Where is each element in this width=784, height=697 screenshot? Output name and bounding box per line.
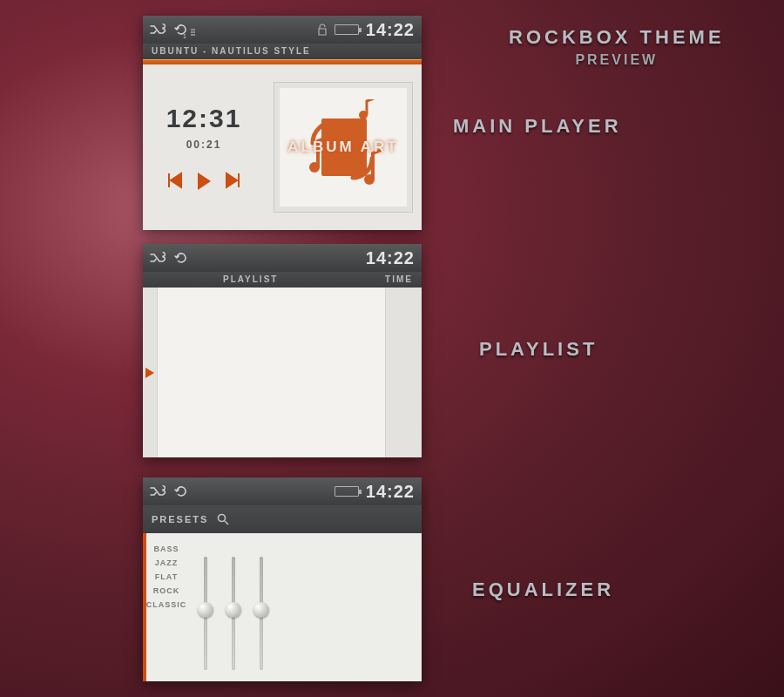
section-label-main-player: MAIN PLAYER <box>453 115 622 138</box>
equalizer-toolbar: PRESETS <box>143 505 422 533</box>
playlist-screen: 14:22 PLAYLIST TIME <box>143 244 422 457</box>
now-playing-title: UBUNTU - NAUTILUS STYLE <box>143 44 422 59</box>
equalizer-topbar: 14:22 <box>143 477 422 505</box>
clock: 14:22 <box>366 20 415 40</box>
accent-bar <box>143 533 146 681</box>
battery-icon <box>335 486 359 497</box>
clock: 14:22 <box>366 248 415 268</box>
col-playlist: PLAYLIST <box>223 274 278 285</box>
repeat-icon[interactable]: 1 <box>174 24 196 36</box>
search-icon[interactable] <box>217 513 229 525</box>
play-button[interactable] <box>195 172 213 191</box>
lock-icon <box>317 24 328 36</box>
repeat-icon[interactable] <box>174 252 188 264</box>
shuffle-icon[interactable] <box>150 485 166 497</box>
playlist-list[interactable] <box>157 288 385 457</box>
track-duration: 12:31 <box>166 104 242 133</box>
repeat-count: 1 <box>183 33 186 39</box>
section-label-equalizer: EQUALIZER <box>472 579 614 601</box>
now-playing-marker-icon <box>145 368 154 378</box>
preset-list: BASS JAZZ FLAT ROCK CLASSIC <box>143 533 190 681</box>
page-title: ROCKBOX THEME PREVIEW <box>509 26 725 68</box>
prev-button[interactable] <box>166 172 183 191</box>
battery-icon <box>335 24 359 35</box>
playlist-scrollbar[interactable] <box>385 288 422 457</box>
clock: 14:22 <box>366 482 415 502</box>
playlist-topbar: 14:22 <box>143 244 422 272</box>
repeat-icon[interactable] <box>174 485 188 497</box>
title-text: ROCKBOX THEME <box>509 26 725 49</box>
col-time: TIME <box>385 274 413 285</box>
playlist-column-header: PLAYLIST TIME <box>143 272 422 288</box>
preset-jazz[interactable]: JAZZ <box>143 556 190 570</box>
preset-bass[interactable]: BASS <box>143 542 190 556</box>
eq-sliders <box>190 533 422 681</box>
eq-slider-1[interactable] <box>200 557 211 670</box>
album-art-label: ALBUM ART <box>287 139 398 156</box>
player-info-pane: 12:31 00:21 <box>143 64 265 230</box>
presets-label: PRESETS <box>152 514 208 524</box>
eq-slider-3[interactable] <box>256 557 267 670</box>
next-button[interactable] <box>225 172 242 191</box>
eq-slider-2[interactable] <box>228 557 239 670</box>
section-label-playlist: PLAYLIST <box>479 338 598 361</box>
subtitle-text: PREVIEW <box>509 52 725 68</box>
album-art-placeholder: ALBUM ART <box>274 82 413 213</box>
track-elapsed: 00:21 <box>186 139 222 151</box>
preset-flat[interactable]: FLAT <box>143 570 190 584</box>
svg-point-4 <box>219 515 226 522</box>
preset-rock[interactable]: ROCK <box>143 584 190 598</box>
main-player-topbar: 1 14:22 <box>143 16 422 44</box>
preset-classic[interactable]: CLASSIC <box>143 598 190 612</box>
shuffle-icon[interactable] <box>150 252 166 264</box>
shuffle-icon[interactable] <box>150 24 166 36</box>
equalizer-screen: 14:22 PRESETS BASS JAZZ FLAT ROCK CLASSI… <box>143 477 422 681</box>
playlist-gutter <box>143 288 157 457</box>
main-player-screen: 1 14:22 UBUNTU - NAUTILUS STYLE 12:31 00… <box>143 16 422 230</box>
